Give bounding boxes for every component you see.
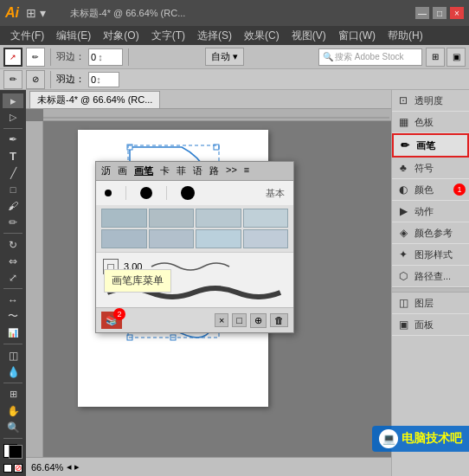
- graphicstyle-label: 图形样式: [414, 248, 453, 261]
- actions-label: 动作: [414, 205, 434, 218]
- brush-dot-medium[interactable]: [140, 187, 152, 199]
- menu-file[interactable]: 文件(F): [5, 27, 49, 45]
- tool-select-direct[interactable]: ▷: [3, 110, 23, 125]
- separator-1: [50, 48, 51, 66]
- tool-scale[interactable]: ⤢: [3, 270, 23, 285]
- tool-rotate[interactable]: ↻: [3, 237, 23, 252]
- brush-cell-6[interactable]: [149, 229, 195, 248]
- panel-item-swatches[interactable]: ▦ 色板: [392, 112, 469, 133]
- tool-select[interactable]: ▸: [3, 93, 23, 108]
- panel-item-graphicstyle[interactable]: ✦ 图形样式: [392, 244, 469, 266]
- label-6: 语: [193, 164, 202, 177]
- maximize-button[interactable]: □: [433, 7, 447, 19]
- tool-warp[interactable]: 〜: [3, 309, 23, 324]
- colorguide-label: 颜色参考: [414, 227, 453, 240]
- transparency-icon: ⊡: [395, 93, 411, 108]
- second-toolbar: ✏ ⊘ 羽边： 0 ↕: [0, 69, 469, 90]
- brush-cell-2[interactable]: [149, 209, 195, 228]
- panel-item-panels[interactable]: ▣ 面板: [392, 314, 469, 336]
- panel-item-actions[interactable]: ▶ 动作: [392, 201, 469, 222]
- tool-line[interactable]: ╱: [3, 165, 23, 180]
- menu-select[interactable]: 选择(S): [192, 27, 237, 45]
- brush-cell-5[interactable]: [101, 229, 147, 248]
- label-3: 画笔: [134, 164, 153, 177]
- tool-eyedropper[interactable]: 💧: [3, 364, 23, 379]
- brush-panel: 沥 画 画笔 卡 菲 语 路 >> ≡: [95, 161, 294, 333]
- symbol-icon: ♣: [395, 160, 411, 176]
- tool-graph[interactable]: 📊: [3, 325, 23, 340]
- minimize-button[interactable]: —: [415, 7, 429, 19]
- feather-input[interactable]: 0 ↕: [88, 72, 119, 87]
- menu-text[interactable]: 文字(T): [146, 27, 190, 45]
- brush-cell-4[interactable]: [243, 209, 289, 228]
- stroke-color-btn[interactable]: ↗: [3, 48, 22, 67]
- menu-effect[interactable]: 效果(C): [239, 27, 285, 45]
- bg-color[interactable]: [9, 445, 22, 459]
- window-controls: — □ ×: [415, 7, 464, 19]
- brush-cell-3[interactable]: [196, 209, 241, 228]
- tool-width[interactable]: ↔: [3, 293, 23, 307]
- tool-paintbrush[interactable]: 🖌: [3, 198, 23, 213]
- watermark: 💻 电脑技术吧: [372, 426, 469, 452]
- tool-mirror[interactable]: ⇔: [3, 254, 23, 268]
- color-label: 颜色: [414, 183, 434, 196]
- feather-spin[interactable]: ↕: [96, 74, 101, 85]
- color-icon: ◐: [395, 182, 411, 197]
- menu-object[interactable]: 对象(O): [98, 27, 144, 45]
- canvas-inner[interactable]: 沥 画 画笔 卡 菲 语 路 >> ≡: [26, 109, 391, 457]
- brush-new-btn[interactable]: ⊕: [250, 313, 267, 328]
- search-box[interactable]: 🔍 搜索 Adobe Stock: [318, 48, 422, 66]
- panels-btn-2[interactable]: ▣: [447, 48, 466, 67]
- panel-item-color[interactable]: ◐ 颜色 1: [392, 179, 469, 201]
- tool-gradient[interactable]: ◫: [3, 348, 23, 363]
- feather-arrows[interactable]: ↕: [98, 52, 103, 62]
- brush-delete-btn[interactable]: ×: [215, 313, 228, 327]
- close-button[interactable]: ×: [450, 7, 464, 19]
- menu-window[interactable]: 窗口(W): [333, 27, 381, 45]
- brush-duplicate-btn[interactable]: □: [232, 313, 247, 327]
- ruler-top-marks: [43, 109, 391, 121]
- brush-library-button[interactable]: 📚 2: [101, 312, 122, 329]
- panel-icons-right: ⊞ ▣: [426, 48, 466, 67]
- tool-pencil[interactable]: ✏: [3, 215, 23, 229]
- menu-view[interactable]: 视图(V): [286, 27, 331, 45]
- brush-dots-row: 基本: [96, 181, 293, 205]
- brush-dot-small[interactable]: [105, 190, 112, 196]
- panel-item-pathfinder[interactable]: ⬡ 路径查...: [392, 266, 469, 287]
- brush-cell-7[interactable]: [196, 229, 241, 248]
- stroke-type-btn[interactable]: ✏: [26, 48, 45, 67]
- brush-cell-8[interactable]: [243, 229, 289, 248]
- watermark-icon: 💻: [379, 429, 398, 448]
- canvas-tab[interactable]: 未标题-4* @ 66.64% (RC...: [29, 91, 160, 108]
- sep-3: [50, 71, 51, 88]
- tool-zoom[interactable]: 🔍: [3, 420, 23, 434]
- panel-item-brush[interactable]: ✏ 画笔: [392, 133, 469, 158]
- basic-label: 基本: [266, 187, 285, 200]
- tool-artboard[interactable]: ⊞: [3, 387, 23, 402]
- label-more[interactable]: >>: [226, 164, 237, 177]
- panels-btn-1[interactable]: ⊞: [426, 48, 445, 67]
- brush-icon: ✏: [397, 138, 413, 153]
- menu-help[interactable]: 帮助(H): [382, 27, 428, 45]
- panel-item-symbol[interactable]: ♣ 符号: [392, 158, 469, 179]
- fill-normal[interactable]: [3, 464, 12, 473]
- panel-item-transparency[interactable]: ⊡ 透明度: [392, 90, 469, 112]
- panel-item-colorguide[interactable]: ◈ 颜色参考: [392, 222, 469, 244]
- panel-item-layers[interactable]: ◫ 图层: [392, 293, 469, 314]
- tooltip-text: 画笔库菜单: [112, 274, 164, 286]
- tool-type[interactable]: T: [3, 149, 23, 164]
- fill-none[interactable]: ⊘: [14, 464, 22, 473]
- auto-dropdown[interactable]: 自动 ▾: [205, 48, 244, 66]
- brush-dot-large[interactable]: [181, 186, 195, 200]
- tool-pen[interactable]: ✒: [3, 132, 23, 147]
- tool-hand[interactable]: ✋: [3, 403, 23, 418]
- brush-trash-btn[interactable]: 🗑: [270, 313, 288, 327]
- tool-rect[interactable]: □: [3, 182, 23, 196]
- brush-cell-1[interactable]: [101, 209, 147, 228]
- menu-edit[interactable]: 编辑(E): [51, 27, 96, 45]
- panel-menu[interactable]: ≡: [244, 164, 249, 177]
- path-tool-1[interactable]: ✏: [3, 70, 22, 89]
- path-tool-2[interactable]: ⊘: [26, 70, 45, 89]
- canvas-tab-bar: 未标题-4* @ 66.64% (RC...: [26, 90, 391, 109]
- layers-label: 图层: [414, 297, 434, 310]
